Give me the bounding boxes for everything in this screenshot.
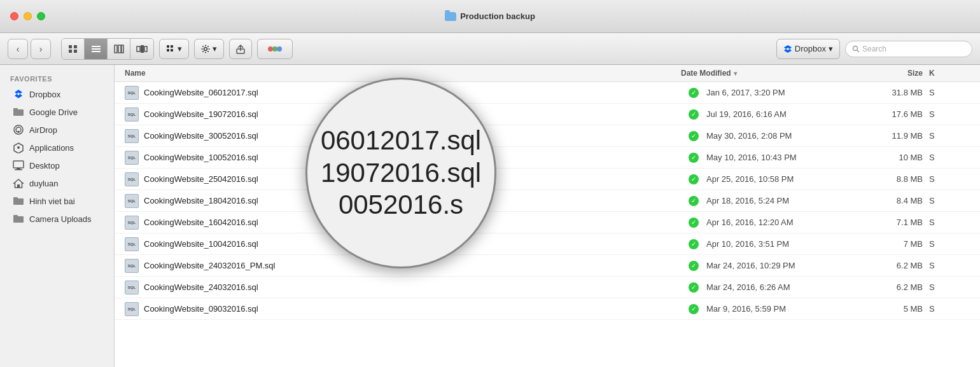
sidebar-item-dropbox[interactable]: Dropbox <box>3 85 111 103</box>
sync-status-icon: ✓ <box>689 109 699 120</box>
sql-file-icon <box>125 194 139 208</box>
sync-status-icon: ✓ <box>689 131 699 141</box>
svg-marker-35 <box>15 90 22 94</box>
close-button[interactable] <box>10 12 18 20</box>
dropbox-button[interactable]: Dropbox ▾ <box>776 39 840 59</box>
action-dropdown-icon: ▾ <box>213 44 217 53</box>
table-row[interactable]: CookingWebsite_09032016.sql ✓ Mar 9, 201… <box>115 298 980 320</box>
file-kind-cell: S <box>929 88 980 97</box>
file-name-text: CookingWebsite_24032016_PM.sql <box>144 261 275 270</box>
svg-rect-45 <box>15 169 22 170</box>
file-size-cell: 7.1 MB <box>846 218 929 227</box>
table-row[interactable]: CookingWebsite_24032016.sql ✓ Mar 24, 20… <box>115 277 980 298</box>
table-row[interactable]: CookingWebsite_06012017.sql ✓ Jan 6, 201… <box>115 82 980 104</box>
svg-point-17 <box>204 47 207 50</box>
tag-icon <box>268 45 282 53</box>
back-button[interactable]: ‹ <box>8 39 28 59</box>
sidebar-item-hinh-viet-bai[interactable]: Hinh viet bai <box>3 192 111 210</box>
maximize-button[interactable] <box>37 12 45 20</box>
nav-buttons: ‹ › <box>8 39 51 59</box>
table-row[interactable]: CookingWebsite_24032016_PM.sql ✓ Mar 24,… <box>115 255 980 277</box>
svg-rect-12 <box>144 46 147 52</box>
file-size-cell: 31.8 MB <box>846 88 929 97</box>
cover-flow-icon <box>136 45 148 53</box>
sidebar-google-drive-label: Google Drive <box>29 107 78 117</box>
file-date-cell: May 30, 2016, 2:08 PM <box>706 131 846 141</box>
sidebar-item-camera-uploads[interactable]: Camera Uploads <box>3 210 111 228</box>
group-icon <box>166 45 175 53</box>
file-status-cell: ✓ <box>681 131 706 141</box>
magnifier-overlay: 06012017.sql 19072016.sql 0052016.s <box>305 78 496 268</box>
file-kind-cell: S <box>929 174 980 184</box>
search-placeholder: Search <box>862 45 886 53</box>
svg-rect-50 <box>13 215 18 218</box>
table-row[interactable]: CookingWebsite_10052016.sql ✓ May 10, 20… <box>115 147 980 169</box>
magnifier-text-line2: 19072016.sql <box>308 157 494 189</box>
sync-status-icon: ✓ <box>689 261 699 271</box>
file-date-cell: Mar 24, 2016, 6:26 AM <box>706 282 846 292</box>
svg-rect-14 <box>171 45 173 48</box>
column-kind-header[interactable]: K <box>929 69 980 78</box>
svg-rect-11 <box>141 45 144 53</box>
table-row[interactable]: CookingWebsite_18042016.sql ✓ Apr 18, 20… <box>115 190 980 212</box>
sidebar-item-google-drive[interactable]: Google Drive <box>3 103 111 121</box>
svg-point-42 <box>17 146 20 149</box>
file-list-header: Name Date Modified ▾ Size K <box>115 65 980 82</box>
window-title-text: Production backup <box>460 11 535 21</box>
sidebar-hinh-viet-bai-label: Hinh viet bai <box>29 197 75 206</box>
file-size-cell: 7 MB <box>846 239 929 249</box>
table-row[interactable]: CookingWebsite_19072016.sql ✓ Jul 19, 20… <box>115 104 980 125</box>
icon-view-button[interactable] <box>62 39 85 59</box>
sidebar-desktop-label: Desktop <box>29 161 60 170</box>
sidebar-item-applications[interactable]: Applications <box>3 139 111 156</box>
file-date-cell: Apr 18, 2016, 5:24 PM <box>706 196 846 205</box>
file-size-cell: 8.4 MB <box>846 196 929 205</box>
forward-icon: › <box>39 44 43 54</box>
group-button[interactable]: ▾ <box>159 39 189 59</box>
column-date-header[interactable]: Date Modified ▾ <box>681 69 846 78</box>
file-kind-cell: S <box>929 282 980 292</box>
list-view-icon <box>91 45 101 53</box>
share-button[interactable] <box>229 39 252 59</box>
file-size-cell: 17.6 MB <box>846 109 929 119</box>
svg-point-21 <box>209 48 210 50</box>
table-row[interactable]: CookingWebsite_10042016.sql ✓ Apr 10, 20… <box>115 233 980 255</box>
svg-rect-4 <box>92 46 101 47</box>
sidebar-item-desktop[interactable]: Desktop <box>3 156 111 174</box>
sql-file-icon <box>125 302 139 316</box>
svg-rect-10 <box>137 46 140 52</box>
home-sidebar-icon <box>13 177 24 189</box>
sidebar-item-airdrop[interactable]: AirDrop <box>3 121 111 139</box>
table-row[interactable]: CookingWebsite_16042016.sql ✓ Apr 16, 20… <box>115 212 980 233</box>
sql-file-icon <box>125 86 139 100</box>
sidebar-camera-uploads-label: Camera Uploads <box>29 214 92 224</box>
desktop-sidebar-icon <box>13 160 24 171</box>
file-name-text: CookingWebsite_30052016.sql <box>144 131 258 141</box>
sync-status-icon: ✓ <box>689 88 699 98</box>
action-button[interactable]: ▾ <box>194 39 224 59</box>
minimize-button[interactable] <box>24 12 32 20</box>
list-view-button[interactable] <box>85 39 108 59</box>
group-dropdown-icon: ▾ <box>178 44 182 53</box>
back-icon: ‹ <box>17 44 20 54</box>
svg-rect-13 <box>167 45 169 48</box>
svg-point-41 <box>18 131 20 133</box>
column-name-header[interactable]: Name <box>115 69 681 78</box>
tag-button[interactable] <box>257 39 293 59</box>
table-row[interactable]: CookingWebsite_25042016.sql ✓ Apr 25, 20… <box>115 169 980 190</box>
icon-grid-icon <box>68 45 78 53</box>
svg-rect-16 <box>171 49 173 52</box>
table-row[interactable]: CookingWebsite_30052016.sql ✓ May 30, 20… <box>115 125 980 147</box>
sidebar-item-duyluan[interactable]: duyluan <box>3 174 111 192</box>
search-box[interactable]: Search <box>845 41 972 57</box>
file-status-cell: ✓ <box>681 218 706 228</box>
forward-button[interactable]: › <box>31 39 51 59</box>
svg-rect-2 <box>69 50 72 53</box>
sync-status-icon: ✓ <box>689 174 699 184</box>
dropbox-sidebar-icon <box>13 88 24 100</box>
file-name-cell: CookingWebsite_09032016.sql <box>115 302 681 316</box>
column-size-header[interactable]: Size <box>846 69 929 78</box>
cover-flow-button[interactable] <box>130 39 153 59</box>
column-view-button[interactable] <box>108 39 130 59</box>
file-rows: CookingWebsite_06012017.sql ✓ Jan 6, 201… <box>115 82 980 320</box>
